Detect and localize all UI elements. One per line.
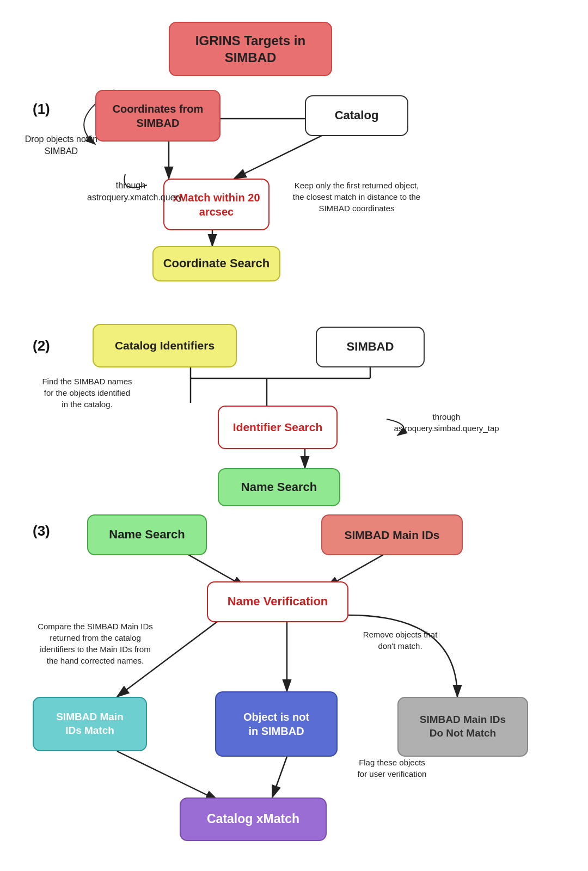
catalog-box-1: Catalog xyxy=(305,95,408,136)
drop-objects-label: Drop objects not in SIMBAD xyxy=(19,133,103,158)
simbad-box-2: SIMBAD xyxy=(316,327,425,367)
flag-objects-label: Flag these objects for user verification xyxy=(343,757,441,780)
svg-line-19 xyxy=(272,757,287,798)
simbad-match-box: SIMBAD Main IDs Match xyxy=(33,697,147,751)
catalog-identifiers-box: Catalog Identifiers xyxy=(93,324,237,367)
igrins-targets-box: IGRINS Targets in SIMBAD xyxy=(169,22,332,76)
simbad-main-ids-box: SIMBAD Main IDs xyxy=(321,514,463,555)
section-2-label: (2) xyxy=(33,338,50,354)
section-1-label: (1) xyxy=(33,101,50,118)
object-not-in-simbad-box: Object is not in SIMBAD xyxy=(215,691,338,757)
catalog-xmatch-box: Catalog xMatch xyxy=(180,798,327,841)
coordinates-from-simbad-box: Coordinates from SIMBAD xyxy=(95,90,220,142)
xmatch-box: xMatch within 20 arcsec xyxy=(163,179,270,230)
name-verification-box: Name Verification xyxy=(207,581,348,622)
identifier-search-box: Identifier Search xyxy=(218,406,338,449)
find-simbad-label: Find the SIMBAD names for the objects id… xyxy=(27,376,147,410)
diagram-container: IGRINS Targets in SIMBAD (1) Coordinates… xyxy=(0,0,588,871)
section-3-label: (3) xyxy=(33,523,50,539)
compare-main-ids-label: Compare the SIMBAD Main IDs returned fro… xyxy=(30,621,161,666)
name-search-box-2: Name Search xyxy=(218,468,340,506)
through-simbad-tap-label: through astroquery.simbad.query_tap xyxy=(392,411,501,434)
svg-line-18 xyxy=(117,751,218,800)
simbad-no-match-box: SIMBAD Main IDs Do Not Match xyxy=(397,697,528,757)
name-search-box-3: Name Search xyxy=(87,514,207,555)
remove-objects-label: Remove objects that don't match. xyxy=(348,629,452,652)
through-astroquery-label: through astroquery.xmatch.query xyxy=(87,180,174,204)
coordinate-search-box: Coordinate Search xyxy=(152,246,280,281)
keep-only-label: Keep only the first returned object, the… xyxy=(283,180,430,214)
